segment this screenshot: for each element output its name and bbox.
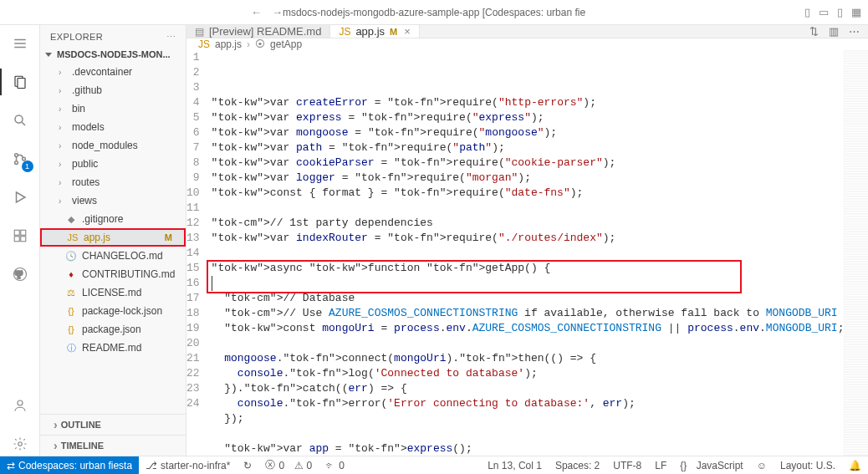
explorer-sidebar: EXPLORER ⋯ MSDOCS-NODEJS-MON... ›.devcon… xyxy=(40,25,186,456)
svg-point-7 xyxy=(14,154,18,157)
language-mode[interactable]: {} JavaScript xyxy=(673,460,749,471)
explorer-icon[interactable] xyxy=(8,70,32,94)
encoding[interactable]: UTF-8 xyxy=(606,460,648,471)
error-icon: ⓧ xyxy=(265,458,275,472)
file-package[interactable]: {}package.json xyxy=(40,320,186,339)
svg-line-6 xyxy=(22,122,25,125)
project-root[interactable]: MSDOCS-NODEJS-MON... xyxy=(40,46,186,63)
branch-icon: ⎇ xyxy=(146,460,157,471)
timeline-section[interactable]: TIMELINE xyxy=(40,435,186,456)
svg-point-16 xyxy=(18,400,23,405)
settings-gear-icon[interactable] xyxy=(8,432,32,456)
compare-changes-icon[interactable]: ⇅ xyxy=(809,25,819,38)
forward-icon[interactable]: → xyxy=(272,6,283,18)
svg-rect-13 xyxy=(14,237,19,242)
folder-views[interactable]: ›views xyxy=(40,191,186,210)
folder-node-modules[interactable]: ›node_modules xyxy=(40,136,186,155)
file-packagelock[interactable]: {}package-lock.json xyxy=(40,302,186,320)
ports-indicator[interactable]: ᯤ0 xyxy=(319,456,351,474)
panel-left-icon[interactable]: ▯ xyxy=(804,6,810,18)
back-icon[interactable]: ← xyxy=(251,6,262,18)
js-icon: JS xyxy=(339,26,350,38)
activity-bar: 1 xyxy=(0,25,40,456)
code-editor[interactable]: 123456789101112131415161718192021222324 … xyxy=(186,50,868,456)
file-readme[interactable]: ⓘREADME.md xyxy=(40,339,186,357)
method-icon: ⦿ xyxy=(255,38,265,50)
svg-point-8 xyxy=(14,161,18,165)
folder-bin[interactable]: ›bin xyxy=(40,99,186,118)
tab-preview-readme[interactable]: ▤[Preview] README.md xyxy=(186,25,330,38)
folder-public[interactable]: ›public xyxy=(40,155,186,173)
nav-arrows: ← → xyxy=(251,6,283,18)
svg-point-17 xyxy=(18,442,22,446)
preview-icon: ▤ xyxy=(195,26,204,38)
file-changelog[interactable]: 🕓CHANGELOG.md xyxy=(40,247,186,265)
remote-indicator[interactable]: ⇄Codespaces: urban fiesta xyxy=(0,456,139,474)
svg-point-5 xyxy=(15,115,23,123)
file-appjs[interactable]: JSapp.jsM xyxy=(40,228,186,247)
folder-routes[interactable]: ›routes xyxy=(40,173,186,191)
braces-icon: {} xyxy=(680,460,687,471)
outline-section[interactable]: OUTLINE xyxy=(40,414,186,435)
svg-marker-10 xyxy=(16,192,25,202)
editor-group: ▤[Preview] README.md JSapp.jsM× ⇅ ▥ ⋯ JS… xyxy=(186,25,868,456)
window-title: msdocs-nodejs-mongodb-azure-sample-app [… xyxy=(283,7,585,18)
file-tree: ›.devcontainer ›.github ›bin ›models ›no… xyxy=(40,63,186,414)
accounts-icon[interactable] xyxy=(8,394,32,417)
sidebar-title: EXPLORER xyxy=(50,32,103,43)
more-actions-icon[interactable]: ⋯ xyxy=(849,25,860,38)
git-branch[interactable]: ⎇starter-no-infra* xyxy=(139,456,237,474)
remote-icon: ⇄ xyxy=(7,460,15,471)
title-bar: ← → msdocs-nodejs-mongodb-azure-sample-a… xyxy=(0,0,868,25)
file-contributing[interactable]: ♦CONTRIBUTING.md xyxy=(40,265,186,283)
sync-button[interactable]: ↻ xyxy=(237,456,258,474)
svg-point-9 xyxy=(22,157,25,161)
extensions-icon[interactable] xyxy=(8,224,32,247)
cursor-position[interactable]: Ln 13, Col 1 xyxy=(481,460,549,471)
github-icon[interactable] xyxy=(8,262,32,286)
file-gitignore[interactable]: ◆.gitignore xyxy=(40,210,186,228)
svg-rect-12 xyxy=(20,230,25,235)
source-control-icon[interactable]: 1 xyxy=(8,147,32,171)
panel-bottom-icon[interactable]: ▭ xyxy=(819,6,829,18)
problems-indicator[interactable]: ⓧ0 ⚠0 xyxy=(258,456,319,474)
svg-rect-11 xyxy=(14,230,19,235)
line-gutter: 123456789101112131415161718192021222324 xyxy=(186,50,212,456)
indentation[interactable]: Spaces: 2 xyxy=(549,460,606,471)
minimap[interactable] xyxy=(844,50,868,456)
scm-badge: 1 xyxy=(22,161,33,172)
folder-github[interactable]: ›.github xyxy=(40,81,186,99)
sync-icon: ↻ xyxy=(243,460,252,471)
split-editor-icon[interactable]: ▥ xyxy=(829,25,839,38)
file-license[interactable]: ⚖LICENSE.md xyxy=(40,283,186,302)
svg-rect-4 xyxy=(18,79,25,89)
notifications-icon[interactable]: 🔔 xyxy=(842,460,868,471)
feedback-icon[interactable]: ☺ xyxy=(750,460,774,471)
warning-icon: ⚠ xyxy=(294,460,304,471)
folder-models[interactable]: ›models xyxy=(40,118,186,136)
tab-appjs[interactable]: JSapp.jsM× xyxy=(330,25,419,38)
menu-icon[interactable] xyxy=(8,32,32,55)
layout-grid-icon[interactable]: ▦ xyxy=(851,6,861,18)
radio-icon: ᯤ xyxy=(325,460,335,471)
status-bar: ⇄Codespaces: urban fiesta ⎇starter-no-in… xyxy=(0,456,868,474)
panel-right-icon[interactable]: ▯ xyxy=(837,6,843,18)
breadcrumb[interactable]: JS app.js › ⦿ getApp xyxy=(186,38,868,50)
svg-rect-14 xyxy=(20,237,25,242)
keyboard-layout[interactable]: Layout: U.S. xyxy=(774,460,842,471)
close-icon[interactable]: × xyxy=(404,25,411,38)
run-debug-icon[interactable] xyxy=(8,186,32,209)
editor-tabs: ▤[Preview] README.md JSapp.jsM× ⇅ ▥ ⋯ xyxy=(186,25,868,38)
search-icon[interactable] xyxy=(8,109,32,132)
eol[interactable]: LF xyxy=(648,460,673,471)
js-icon: JS xyxy=(198,38,210,50)
code-lines[interactable]: "tok-kw">var createError = "tok-fn">requ… xyxy=(212,50,845,456)
sidebar-more-icon[interactable]: ⋯ xyxy=(166,32,176,43)
folder-devcontainer[interactable]: ›.devcontainer xyxy=(40,63,186,81)
